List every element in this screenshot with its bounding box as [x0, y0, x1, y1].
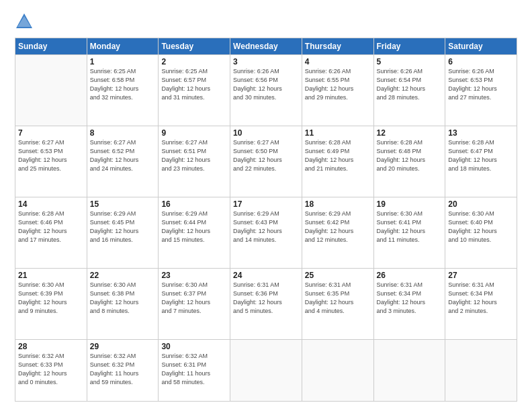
day-info: Sunrise: 6:30 AM Sunset: 6:37 PM Dayligh…	[161, 281, 227, 316]
calendar-cell: 4Sunrise: 6:26 AM Sunset: 6:55 PM Daylig…	[302, 55, 373, 126]
day-info: Sunrise: 6:28 AM Sunset: 6:48 PM Dayligh…	[377, 138, 443, 173]
calendar-cell: 18Sunrise: 6:29 AM Sunset: 6:42 PM Dayli…	[302, 197, 373, 268]
day-info: Sunrise: 6:26 AM Sunset: 6:54 PM Dayligh…	[377, 67, 443, 102]
day-number: 3	[233, 57, 299, 66]
day-number: 5	[377, 57, 443, 66]
day-number: 22	[90, 271, 156, 280]
calendar-cell: 1Sunrise: 6:25 AM Sunset: 6:58 PM Daylig…	[87, 55, 159, 126]
day-info: Sunrise: 6:29 AM Sunset: 6:45 PM Dayligh…	[90, 210, 156, 244]
calendar-cell: 16Sunrise: 6:29 AM Sunset: 6:44 PM Dayli…	[159, 197, 230, 268]
day-info: Sunrise: 6:32 AM Sunset: 6:31 PM Dayligh…	[161, 352, 227, 387]
day-number: 12	[377, 128, 443, 138]
calendar-cell: 27Sunrise: 6:31 AM Sunset: 6:34 PM Dayli…	[445, 268, 517, 339]
svg-marker-1	[17, 16, 31, 27]
day-info: Sunrise: 6:32 AM Sunset: 6:33 PM Dayligh…	[18, 352, 84, 387]
day-info: Sunrise: 6:27 AM Sunset: 6:50 PM Dayligh…	[233, 138, 299, 173]
calendar-cell: 7Sunrise: 6:27 AM Sunset: 6:53 PM Daylig…	[15, 126, 87, 197]
calendar-cell: 11Sunrise: 6:28 AM Sunset: 6:49 PM Dayli…	[302, 126, 373, 197]
day-info: Sunrise: 6:28 AM Sunset: 6:46 PM Dayligh…	[18, 210, 84, 244]
day-number: 11	[305, 128, 371, 138]
day-number: 28	[18, 342, 84, 351]
day-info: Sunrise: 6:27 AM Sunset: 6:52 PM Dayligh…	[90, 138, 156, 173]
day-number: 14	[18, 199, 84, 209]
calendar-cell: 29Sunrise: 6:32 AM Sunset: 6:32 PM Dayli…	[87, 339, 159, 401]
day-info: Sunrise: 6:27 AM Sunset: 6:53 PM Dayligh…	[18, 138, 84, 173]
day-info: Sunrise: 6:30 AM Sunset: 6:40 PM Dayligh…	[448, 210, 514, 244]
day-number: 17	[233, 199, 299, 209]
day-number: 2	[161, 57, 227, 66]
day-number: 15	[90, 199, 156, 209]
day-info: Sunrise: 6:25 AM Sunset: 6:58 PM Dayligh…	[90, 67, 156, 102]
calendar-cell: 2Sunrise: 6:25 AM Sunset: 6:57 PM Daylig…	[159, 55, 230, 126]
day-number: 9	[161, 128, 227, 138]
day-info: Sunrise: 6:30 AM Sunset: 6:39 PM Dayligh…	[18, 281, 84, 316]
week-row-2: 14Sunrise: 6:28 AM Sunset: 6:46 PM Dayli…	[15, 197, 517, 268]
weekday-thursday: Thursday	[302, 38, 373, 55]
calendar-cell	[230, 339, 302, 401]
weekday-saturday: Saturday	[445, 38, 517, 55]
day-number: 4	[305, 57, 371, 66]
day-number: 23	[161, 271, 227, 280]
calendar-cell: 14Sunrise: 6:28 AM Sunset: 6:46 PM Dayli…	[15, 197, 87, 268]
weekday-wednesday: Wednesday	[230, 38, 302, 55]
calendar-cell: 3Sunrise: 6:26 AM Sunset: 6:56 PM Daylig…	[230, 55, 302, 126]
day-info: Sunrise: 6:31 AM Sunset: 6:35 PM Dayligh…	[305, 281, 371, 316]
calendar-cell: 10Sunrise: 6:27 AM Sunset: 6:50 PM Dayli…	[230, 126, 302, 197]
page: SundayMondayTuesdayWednesdayThursdayFrid…	[0, 0, 532, 411]
calendar-cell: 6Sunrise: 6:26 AM Sunset: 6:53 PM Daylig…	[445, 55, 517, 126]
day-info: Sunrise: 6:31 AM Sunset: 6:34 PM Dayligh…	[377, 281, 443, 316]
day-number: 10	[233, 128, 299, 138]
day-number: 27	[448, 271, 514, 280]
day-number: 20	[448, 199, 514, 209]
calendar-cell: 23Sunrise: 6:30 AM Sunset: 6:37 PM Dayli…	[159, 268, 230, 339]
day-number: 7	[18, 128, 84, 138]
weekday-sunday: Sunday	[15, 38, 87, 55]
week-row-4: 28Sunrise: 6:32 AM Sunset: 6:33 PM Dayli…	[15, 339, 517, 401]
logo	[15, 12, 36, 31]
calendar-cell	[15, 55, 87, 126]
weekday-monday: Monday	[87, 38, 159, 55]
day-info: Sunrise: 6:26 AM Sunset: 6:55 PM Dayligh…	[305, 67, 371, 102]
day-info: Sunrise: 6:28 AM Sunset: 6:49 PM Dayligh…	[305, 138, 371, 173]
week-row-3: 21Sunrise: 6:30 AM Sunset: 6:39 PM Dayli…	[15, 268, 517, 339]
calendar-cell: 24Sunrise: 6:31 AM Sunset: 6:36 PM Dayli…	[230, 268, 302, 339]
week-row-1: 7Sunrise: 6:27 AM Sunset: 6:53 PM Daylig…	[15, 126, 517, 197]
day-number: 13	[448, 128, 514, 138]
day-number: 8	[90, 128, 156, 138]
day-info: Sunrise: 6:29 AM Sunset: 6:42 PM Dayligh…	[305, 210, 371, 244]
day-number: 29	[90, 342, 156, 351]
header	[15, 12, 517, 31]
calendar-cell	[445, 339, 517, 401]
calendar-cell	[373, 339, 445, 401]
day-info: Sunrise: 6:26 AM Sunset: 6:56 PM Dayligh…	[233, 67, 299, 102]
calendar-cell: 22Sunrise: 6:30 AM Sunset: 6:38 PM Dayli…	[87, 268, 159, 339]
day-info: Sunrise: 6:31 AM Sunset: 6:36 PM Dayligh…	[233, 281, 299, 316]
calendar-cell: 30Sunrise: 6:32 AM Sunset: 6:31 PM Dayli…	[159, 339, 230, 401]
day-info: Sunrise: 6:27 AM Sunset: 6:51 PM Dayligh…	[161, 138, 227, 173]
day-number: 21	[18, 271, 84, 280]
calendar-cell	[302, 339, 373, 401]
day-number: 26	[377, 271, 443, 280]
day-info: Sunrise: 6:29 AM Sunset: 6:44 PM Dayligh…	[161, 210, 227, 244]
weekday-friday: Friday	[373, 38, 445, 55]
calendar-cell: 13Sunrise: 6:28 AM Sunset: 6:47 PM Dayli…	[445, 126, 517, 197]
calendar-cell: 5Sunrise: 6:26 AM Sunset: 6:54 PM Daylig…	[373, 55, 445, 126]
calendar-cell: 9Sunrise: 6:27 AM Sunset: 6:51 PM Daylig…	[159, 126, 230, 197]
day-number: 18	[305, 199, 371, 209]
calendar-table: SundayMondayTuesdayWednesdayThursdayFrid…	[15, 38, 517, 402]
day-info: Sunrise: 6:30 AM Sunset: 6:38 PM Dayligh…	[90, 281, 156, 316]
calendar-cell: 17Sunrise: 6:29 AM Sunset: 6:43 PM Dayli…	[230, 197, 302, 268]
calendar-cell: 8Sunrise: 6:27 AM Sunset: 6:52 PM Daylig…	[87, 126, 159, 197]
day-number: 1	[90, 57, 156, 66]
logo-icon	[15, 12, 34, 31]
calendar-cell: 26Sunrise: 6:31 AM Sunset: 6:34 PM Dayli…	[373, 268, 445, 339]
day-number: 25	[305, 271, 371, 280]
day-info: Sunrise: 6:25 AM Sunset: 6:57 PM Dayligh…	[161, 67, 227, 102]
day-number: 16	[161, 199, 227, 209]
calendar-cell: 28Sunrise: 6:32 AM Sunset: 6:33 PM Dayli…	[15, 339, 87, 401]
week-row-0: 1Sunrise: 6:25 AM Sunset: 6:58 PM Daylig…	[15, 55, 517, 126]
calendar-cell: 25Sunrise: 6:31 AM Sunset: 6:35 PM Dayli…	[302, 268, 373, 339]
weekday-tuesday: Tuesday	[159, 38, 230, 55]
day-info: Sunrise: 6:31 AM Sunset: 6:34 PM Dayligh…	[448, 281, 514, 316]
day-number: 30	[161, 342, 227, 351]
